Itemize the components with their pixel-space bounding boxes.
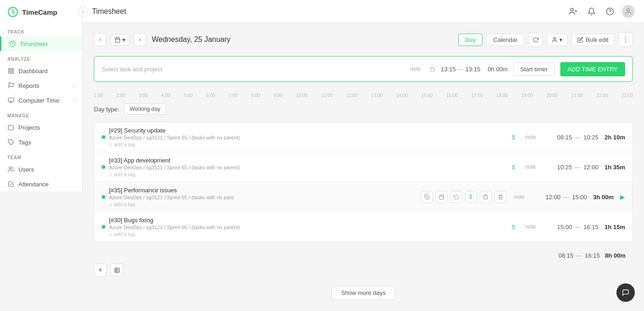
chat-support-button[interactable]	[616, 283, 635, 302]
add-entry-end-time[interactable]: 13:15	[466, 66, 481, 73]
time-separator: —	[575, 224, 581, 230]
add-entry-lock-icon	[430, 66, 435, 72]
sidebar-toggle-button[interactable]: ‹	[78, 6, 88, 17]
calendar-view-button[interactable]: Calendar	[486, 34, 524, 46]
grid-icon	[7, 67, 15, 75]
user-filter-arrow: ▾	[559, 36, 563, 43]
sidebar-item-projects[interactable]: Projects	[0, 120, 82, 135]
notification-icon[interactable]	[585, 5, 598, 18]
sidebar-item-attendance-label: Attendance	[18, 181, 75, 188]
sidebar-item-timesheet-label: Timesheet	[20, 40, 75, 47]
sidebar-item-computer-time[interactable]: Computer Time ›	[0, 93, 82, 108]
monitor-icon	[7, 97, 15, 104]
entry-start-time[interactable]: 10:25	[557, 164, 572, 171]
entry-billable-icon[interactable]: $	[509, 164, 518, 171]
entry-clone-button[interactable]	[480, 191, 492, 203]
sidebar-item-attendance[interactable]: Attendance	[0, 177, 82, 191]
more-options-button[interactable]: ⋮	[618, 32, 633, 47]
help-icon[interactable]	[604, 5, 616, 18]
add-entry-plus-button[interactable]: +	[94, 264, 107, 276]
add-entry-placeholder[interactable]: Select task and project	[102, 66, 401, 73]
svg-rect-29	[483, 196, 488, 199]
entry-history-button[interactable]	[450, 191, 462, 203]
entry-billable-icon[interactable]: $	[509, 134, 518, 141]
tag-icon	[7, 138, 15, 146]
refresh-button[interactable]	[528, 32, 543, 47]
sidebar-item-projects-label: Projects	[18, 124, 75, 131]
entry-status-dot	[102, 195, 105, 199]
timeline-bar: 1:00 2:00 3:00 4:00 5:00 6:00 7:00 8:00 …	[94, 91, 633, 104]
date-picker-button[interactable]: ▾	[110, 34, 130, 46]
prev-date-button[interactable]: ‹	[94, 33, 107, 46]
entry-play-button[interactable]: ▶	[620, 193, 625, 201]
sidebar-item-tags[interactable]: Tags	[0, 135, 82, 150]
add-user-icon[interactable]	[567, 5, 580, 18]
add-time-entry-button[interactable]: ADD TIME ENTRY	[560, 62, 625, 76]
svg-rect-23	[431, 69, 435, 72]
day-view-button[interactable]: Day	[458, 34, 483, 46]
entry-end-time[interactable]: 12:00	[583, 164, 598, 171]
tick-12: 12:00	[346, 93, 357, 98]
next-date-button[interactable]: ›	[133, 33, 146, 46]
entry-billable-icon[interactable]: $	[509, 224, 518, 230]
tick-7: 7:00	[229, 93, 237, 98]
logo: TimeCamp	[0, 0, 82, 24]
svg-rect-5	[9, 71, 11, 73]
time-separator: —	[458, 66, 464, 73]
user-avatar[interactable]	[622, 5, 635, 18]
main-content: Timesheet ‹ ▾ › Wednesday, 2	[83, 0, 644, 311]
entry-delete-button[interactable]	[494, 191, 506, 203]
entry-note-label: note	[510, 194, 528, 200]
date-navigation: ‹ ▾ › Wednesday, 25 January Day Calendar…	[94, 32, 633, 47]
add-tag-label[interactable]: add a tag	[114, 142, 135, 147]
svg-point-12	[570, 8, 573, 11]
entry-task-name[interactable]: Bugs fixing	[124, 217, 154, 224]
logo-text: TimeCamp	[22, 8, 57, 16]
sidebar-item-dashboard-label: Dashboard	[18, 68, 75, 75]
entry-task-name[interactable]: Security update	[124, 127, 166, 134]
add-tag-label[interactable]: add a tag	[114, 172, 135, 177]
time-separator: —	[575, 134, 581, 141]
user-filter-button[interactable]: ▾	[546, 34, 568, 46]
tick-18: 18:00	[496, 93, 508, 98]
sidebar-item-users[interactable]: Users	[0, 162, 82, 177]
entry-subtitle: Azure DevOps / sg3121 / Sprint 65 / (tas…	[109, 165, 505, 170]
add-entry-start-time[interactable]: 13:15	[441, 66, 456, 73]
add-tag-label[interactable]: add a tag	[114, 202, 135, 207]
entry-info: [#29] Security update Azure DevOps / sg3…	[109, 127, 505, 147]
entry-task-name[interactable]: Performance issues	[124, 187, 177, 194]
sidebar-section-team: TEAM Users Attendance	[0, 150, 82, 191]
entry-billable-button[interactable]: $	[465, 191, 477, 203]
show-more-days-button[interactable]: Show more days	[332, 286, 396, 300]
entry-tag-row: ⌂ add a tag	[109, 231, 505, 237]
section-label-manage: MANAGE	[0, 108, 82, 120]
entry-info: [#33] App development Azure DevOps / sg3…	[109, 157, 505, 177]
entry-copy-button[interactable]	[421, 191, 433, 203]
entry-start-time[interactable]: 08:15	[557, 134, 572, 141]
entry-task-name[interactable]: App development	[124, 157, 170, 164]
sidebar-item-reports[interactable]: Reports ›	[0, 78, 82, 93]
add-tag-label[interactable]: add a tag	[114, 231, 135, 237]
tick-5: 5:00	[184, 93, 192, 98]
entry-end-time[interactable]: 10:25	[583, 134, 598, 141]
svg-rect-18	[115, 38, 120, 42]
entry-start-time[interactable]: 12:00	[546, 194, 561, 201]
bulk-edit-button[interactable]: Bulk edit	[571, 34, 615, 46]
entry-end-time[interactable]: 15:00	[572, 194, 587, 201]
start-timer-button[interactable]: Start timer	[513, 63, 555, 76]
tick-16: 16:00	[446, 93, 458, 98]
tick-22: 22:00	[596, 93, 608, 98]
add-entry-table-button[interactable]	[110, 264, 123, 276]
entry-start-time[interactable]: 15:00	[557, 224, 572, 230]
entry-tag-row: ⌂ add a tag	[109, 142, 505, 147]
sidebar-item-timesheet[interactable]: Timesheet	[0, 36, 82, 51]
sidebar-item-dashboard[interactable]: Dashboard	[0, 63, 82, 78]
add-entry-row: Select task and project note 13:15 — 13:…	[94, 56, 633, 82]
day-type-badge[interactable]: Working day	[124, 104, 166, 115]
svg-rect-24	[426, 196, 429, 200]
add-entry-note-label: note	[406, 66, 424, 72]
entry-end-time[interactable]: 16:15	[583, 224, 598, 230]
entry-calendar-button[interactable]	[436, 191, 448, 203]
svg-rect-25	[439, 195, 443, 199]
entry-duration: 1h 15m	[602, 224, 625, 230]
